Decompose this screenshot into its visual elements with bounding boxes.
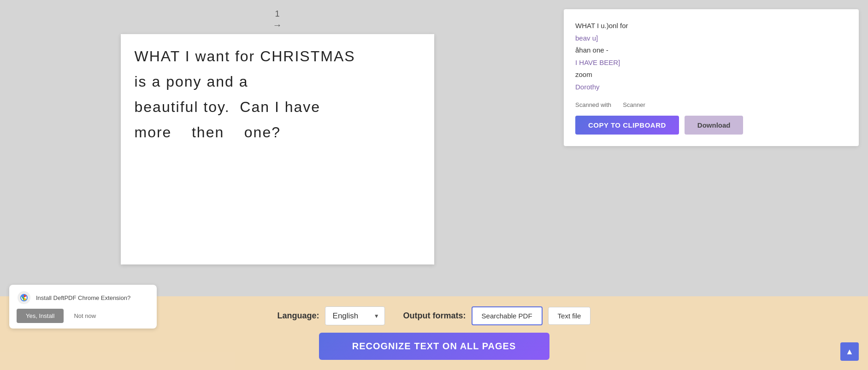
bottom-bar: Install DeftPDF Chrome Extension? Yes, I… [0, 296, 868, 370]
language-label: Language: [278, 311, 319, 321]
ocr-text-block: WHAT I u.)onl for beav u] åhan one - I H… [575, 21, 847, 92]
language-select[interactable]: English [325, 306, 385, 325]
page-arrow: → [273, 20, 282, 30]
ocr-line-4: I HAVE BEER] [575, 58, 847, 68]
document-page: WHAT I want for CHRISTMAS is a pony and … [121, 34, 434, 264]
output-format-section: Output formats: Searchable PDF Text file [403, 306, 591, 325]
ocr-buttons: COPY TO CLIPBOARD Download [575, 116, 847, 135]
page-nav: 1 → [273, 9, 282, 30]
ocr-line-5: zoom [575, 70, 847, 80]
ocr-line-1: WHAT I u.)onl for [575, 21, 847, 31]
copy-to-clipboard-button[interactable]: COPY TO CLIPBOARD [575, 116, 679, 135]
output-formats-label: Output formats: [403, 311, 466, 321]
page-number: 1 [275, 9, 279, 19]
chrome-icon [17, 290, 31, 305]
download-button[interactable]: Download [685, 116, 744, 135]
hw-line-3: beautiful toy. Can I have [135, 99, 420, 116]
text-file-button[interactable]: Text file [548, 307, 591, 325]
hw-line-4: more then one? [135, 124, 420, 141]
hw-line-1: WHAT I want for CHRISTMAS [135, 48, 420, 65]
not-now-button[interactable]: Not now [69, 309, 100, 323]
ocr-line-3: åhan one - [575, 45, 847, 56]
searchable-pdf-button[interactable]: Searchable PDF [472, 306, 543, 325]
language-select-wrapper[interactable]: English [325, 306, 385, 325]
chrome-notification-actions: Yes, Install Not now [17, 309, 149, 323]
hw-line-2: is a pony and a [135, 73, 420, 90]
chrome-notification-top: Install DeftPDF Chrome Extension? [17, 290, 149, 305]
chevron-up-icon: ▲ [845, 347, 854, 357]
chrome-extension-notification: Install DeftPDF Chrome Extension? Yes, I… [9, 285, 157, 329]
recognize-text-button[interactable]: RECOGNIZE TEXT ON ALL PAGES [319, 333, 549, 360]
ocr-footer: Scanned with Scanner [575, 101, 847, 108]
language-section: Language: English [278, 306, 385, 325]
handwriting-content: WHAT I want for CHRISTMAS is a pony and … [121, 34, 434, 264]
recognize-row: RECOGNIZE TEXT ON ALL PAGES [18, 333, 850, 360]
chrome-notification-message: Install DeftPDF Chrome Extension? [36, 294, 149, 301]
ocr-line-2: beav u] [575, 33, 847, 44]
ocr-line-6: Dorothy [575, 82, 847, 93]
scroll-to-top-button[interactable]: ▲ [840, 342, 859, 361]
main-area: 1 → WHAT I want for CHRISTMAS is a pony … [0, 0, 868, 370]
ocr-result-card: WHAT I u.)onl for beav u] åhan one - I H… [564, 9, 859, 146]
yes-install-button[interactable]: Yes, Install [17, 309, 64, 323]
